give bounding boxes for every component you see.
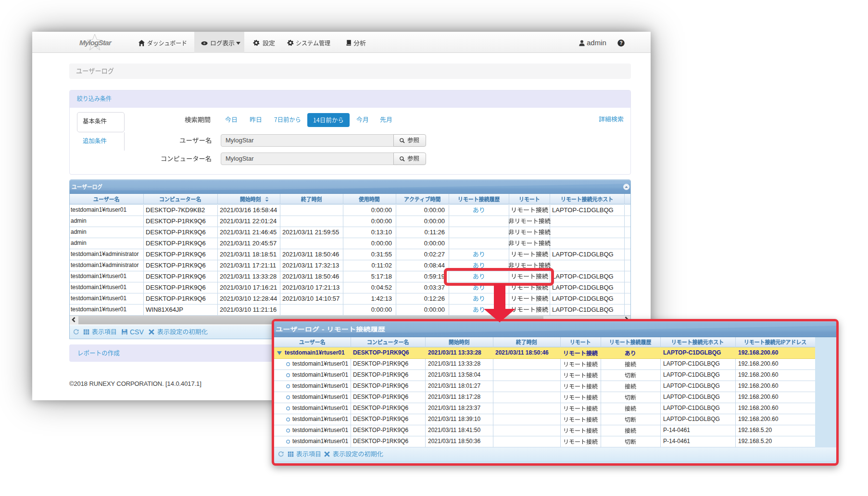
svg-text:?: ? xyxy=(619,40,622,46)
